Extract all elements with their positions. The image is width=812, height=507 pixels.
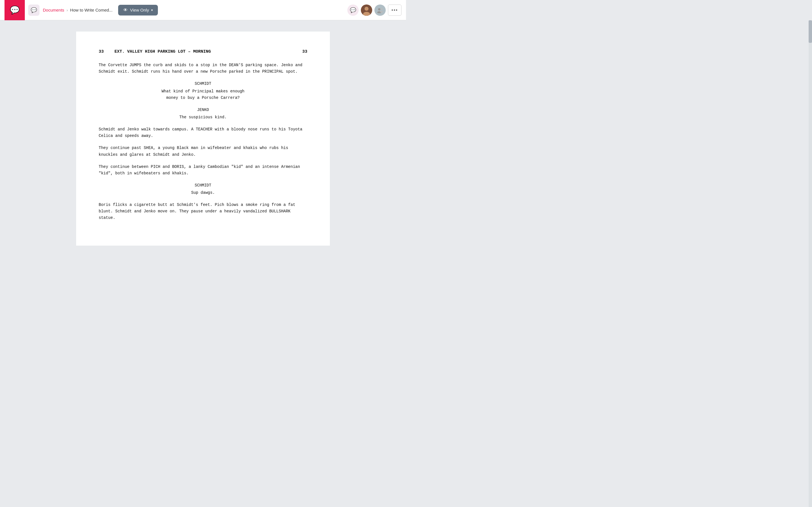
breadcrumb: Documents › How to Write Comed... bbox=[43, 8, 112, 12]
app-icon-button[interactable]: 💬 bbox=[28, 4, 40, 16]
script-page: 33 EXT. VALLEY HIGH PARKING LOT – MORNIN… bbox=[76, 32, 330, 245]
character-name-schmidt-1: SCHMIDT bbox=[99, 80, 307, 87]
logo-area: 💬 bbox=[4, 0, 25, 20]
action-text-1: Schmidt and Jenko walk towards campus. A… bbox=[99, 127, 303, 138]
view-only-button[interactable]: 👁 View Only ▾ bbox=[118, 5, 158, 15]
scene-number-right: 33 bbox=[302, 48, 307, 55]
breadcrumb-separator: › bbox=[66, 8, 68, 12]
dialogue-text-jenko-1: The suspicious kind. bbox=[99, 114, 307, 121]
scene-title: EXT. VALLEY HIGH PARKING LOT – MORNING bbox=[114, 48, 302, 55]
action-text-2: They continue past SHEA, a young Black m… bbox=[99, 146, 288, 157]
action-block-3: They continue between PICH and BORIS, a … bbox=[99, 164, 307, 177]
action-block-4: Boris flicks a cigarette butt at Schmidt… bbox=[99, 202, 307, 221]
dialogue-block-jenko-1: JENKO The suspicious kind. bbox=[99, 107, 307, 121]
app-chat-icon: 💬 bbox=[31, 7, 37, 13]
people-icon bbox=[377, 7, 383, 13]
character-name-jenko-1: JENKO bbox=[99, 107, 307, 113]
action-text-0: The Corvette JUMPS the curb and skids to… bbox=[99, 63, 303, 74]
action-block-1: Schmidt and Jenko walk towards campus. A… bbox=[99, 126, 307, 139]
dialogue-block-schmidt-2: SCHMIDT Sup dawgs. bbox=[99, 182, 307, 196]
breadcrumb-documents-link[interactable]: Documents bbox=[43, 8, 64, 12]
svg-point-6 bbox=[380, 11, 383, 13]
view-only-label: View Only bbox=[130, 8, 149, 12]
dialogue-text-schmidt-2: Sup dawgs. bbox=[99, 189, 307, 196]
chevron-down-icon: ▾ bbox=[151, 8, 153, 12]
action-block-0: The Corvette JUMPS the curb and skids to… bbox=[99, 62, 307, 75]
dialogue-block-schmidt-1: SCHMIDT What kind of Principal makes eno… bbox=[99, 80, 307, 101]
svg-point-1 bbox=[364, 7, 368, 11]
navbar-right: 💬 ••• bbox=[347, 4, 402, 16]
breadcrumb-current-doc: How to Write Comed... bbox=[70, 8, 113, 12]
avatar-group-icon[interactable] bbox=[374, 4, 386, 16]
more-options-button[interactable]: ••• bbox=[388, 4, 402, 16]
scene-number-left: 33 bbox=[99, 48, 110, 55]
action-block-2: They continue past SHEA, a young Black m… bbox=[99, 145, 307, 158]
character-name-schmidt-2: SCHMIDT bbox=[99, 182, 307, 188]
avatar-image bbox=[361, 4, 372, 16]
avatar-user[interactable] bbox=[361, 4, 372, 16]
comment-button[interactable]: 💬 bbox=[347, 4, 359, 16]
action-text-3: They continue between PICH and BORIS, a … bbox=[99, 165, 300, 175]
logo-icon: 💬 bbox=[10, 5, 20, 15]
main-content: 33 EXT. VALLEY HIGH PARKING LOT – MORNIN… bbox=[0, 20, 406, 257]
more-dots-icon: ••• bbox=[392, 8, 398, 13]
scene-header: 33 EXT. VALLEY HIGH PARKING LOT – MORNIN… bbox=[99, 48, 307, 55]
svg-point-3 bbox=[378, 8, 380, 10]
comment-icon: 💬 bbox=[350, 7, 356, 13]
action-text-4: Boris flicks a cigarette butt at Schmidt… bbox=[99, 203, 295, 220]
navbar: 💬 💬 Documents › How to Write Comed... 👁 … bbox=[0, 0, 406, 20]
eye-icon: 👁 bbox=[123, 8, 128, 13]
dialogue-text-schmidt-1: What kind of Principal makes enoughmoney… bbox=[99, 88, 307, 101]
svg-point-5 bbox=[380, 8, 382, 10]
